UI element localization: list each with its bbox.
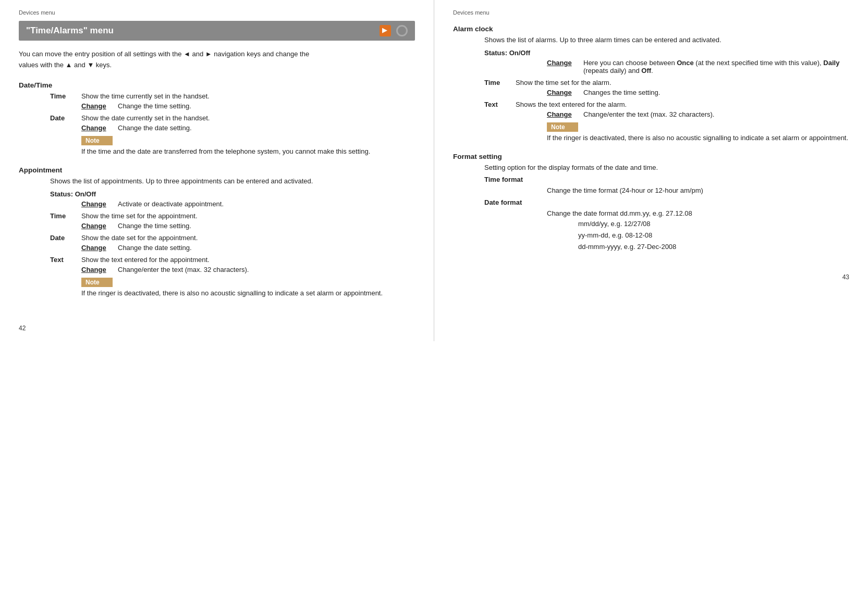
date-entry: Date Show the date currently set in the …: [19, 114, 415, 122]
date-label: Date: [50, 114, 81, 122]
format-section: Format setting: [453, 153, 849, 160]
menu-title-text: "Time/Alarms" menu: [26, 26, 374, 36]
date-format-row: mm/dd/yy, e.g. 12/27/08: [578, 218, 849, 230]
left-page-number: 42: [19, 304, 415, 332]
appointment-section: Appointment: [19, 166, 415, 174]
appt-time-label: Time: [50, 212, 81, 220]
alarm-note-bar: Note: [547, 122, 578, 132]
off-bold: Off: [641, 67, 651, 74]
right-page-number: 43: [453, 253, 849, 281]
appt-text-entry: Text Show the text entered for the appoi…: [19, 256, 415, 264]
appt-time-change-label: Change: [81, 222, 118, 230]
nav-desc-line2: values with the ▲ and ▼ keys.: [19, 61, 112, 69]
nav-description: You can move the entry position of all s…: [19, 49, 415, 71]
date-note-bar: Note: [81, 136, 113, 145]
left-page: Devices menu "Time/Alarms" menu You can …: [0, 0, 434, 341]
alarm-status-label: Status: On/Off: [453, 49, 849, 57]
appt-date-entry: Date Show the date set for the appointme…: [19, 234, 415, 242]
alarm-text-change-row: Change Change/enter the text (max. 32 ch…: [453, 110, 849, 118]
appt-date-change-label: Change: [81, 244, 118, 252]
appt-text-desc: Show the text entered for the appointmen…: [81, 256, 415, 264]
alarm-time-change-row: Change Changes the time setting.: [453, 89, 849, 96]
alarm-text-change-label: Change: [547, 110, 583, 118]
date-change-desc: Change the date setting.: [118, 124, 415, 132]
appt-date-change-desc: Change the date setting.: [118, 244, 415, 252]
appt-status-change-desc: Activate or deactivate appointment.: [118, 200, 415, 208]
time-label: Time: [50, 92, 81, 100]
time-change-row: Change Change the time setting.: [19, 102, 415, 110]
alarm-change-row: Change Here you can choose between Once …: [453, 59, 849, 74]
alarm-change-desc: Here you can choose between Once (at the…: [583, 59, 849, 74]
alarm-time-change-desc: Changes the time setting.: [583, 89, 849, 96]
time-change-desc: Change the time setting.: [118, 102, 415, 110]
alarm-time-desc: Show the time set for the alarm.: [516, 79, 849, 86]
time-entry: Time Show the time currently set in the …: [19, 92, 415, 100]
alarm-text-entry: Text Shows the text entered for the alar…: [453, 101, 849, 108]
appt-date-change-row: Change Change the date setting.: [19, 244, 415, 252]
date-change-row: Change Change the date setting.: [19, 124, 415, 132]
appointment-desc: Shows the list of appointments. Up to th…: [19, 177, 415, 185]
once-bold: Once: [677, 59, 694, 67]
circle-icon: [396, 25, 408, 36]
date-desc: Show the date currently set in the hands…: [81, 114, 415, 122]
time-format-label: Time format: [453, 176, 849, 183]
alarm-clock-section: Alarm clock: [453, 25, 849, 33]
time-format-desc: Change the time format (24-hour or 12-ho…: [453, 186, 849, 194]
date-format-rows: mm/dd/yy, e.g. 12/27/08yy-mm-dd, e.g. 08…: [453, 218, 849, 253]
nav-desc-line1: You can move the entry position of all s…: [19, 50, 309, 58]
alarm-text-change-desc: Change/enter the text (max. 32 character…: [583, 110, 849, 118]
date-time-section: Date/Time: [19, 81, 415, 89]
alarm-text-desc: Shows the text entered for the alarm.: [516, 101, 849, 108]
appt-status-change-label: Change: [81, 200, 118, 208]
appt-note-bar: Note: [81, 278, 113, 287]
triangle-icon: [380, 25, 391, 36]
appt-text-change-label: Change: [81, 266, 118, 273]
alarm-clock-desc: Shows the list of alarms. Up to three al…: [453, 36, 849, 44]
alarm-change-label: Change: [547, 59, 583, 74]
left-header: Devices menu: [19, 9, 415, 16]
time-change-label: Change: [81, 102, 118, 110]
right-header: Devices menu: [453, 9, 849, 16]
alarm-note-text: If the ringer is deactivated, there is a…: [453, 133, 849, 143]
alarm-time-entry: Time Show the time set for the alarm.: [453, 79, 849, 86]
appt-note-text: If the ringer is deactivated, there is a…: [19, 288, 415, 298]
alarm-time-label: Time: [484, 79, 516, 86]
appt-date-label: Date: [50, 234, 81, 242]
appt-text-change-desc: Change/enter the text (max. 32 character…: [118, 266, 415, 273]
date-format-label: Date format: [453, 198, 849, 206]
appt-status-label: Status: On/Off: [19, 190, 415, 198]
appt-status-change-row: Change Activate or deactivate appointmen…: [19, 200, 415, 208]
alarm-time-change-label: Change: [547, 89, 583, 96]
appt-time-change-row: Change Change the time setting.: [19, 222, 415, 230]
appt-text-change-row: Change Change/enter the text (max. 32 ch…: [19, 266, 415, 273]
format-desc: Setting option for the display formats o…: [453, 164, 849, 171]
right-page: Devices menu Alarm clock Shows the list …: [434, 0, 868, 341]
time-desc: Show the time currently set in the hands…: [81, 92, 415, 100]
appt-time-entry: Time Show the time set for the appointme…: [19, 212, 415, 220]
alarm-text-label: Text: [484, 101, 516, 108]
pages-wrapper: Devices menu "Time/Alarms" menu You can …: [0, 0, 868, 341]
daily-bold: Daily: [823, 59, 839, 67]
appt-time-desc: Show the time set for the appointment.: [81, 212, 415, 220]
date-format-row: dd-mmm-yyyy, e.g. 27-Dec-2008: [578, 241, 849, 253]
date-format-row: yy-mm-dd, e.g. 08-12-08: [578, 230, 849, 241]
date-format-desc: Change the date format dd.mm.yy, e.g. 27…: [453, 209, 849, 217]
appt-date-desc: Show the date set for the appointment.: [81, 234, 415, 242]
menu-title-bar: "Time/Alarms" menu: [19, 21, 415, 41]
appt-time-change-desc: Change the time setting.: [118, 222, 415, 230]
date-note-text: If the time and the date are transferred…: [19, 146, 415, 157]
date-change-label: Change: [81, 124, 118, 132]
appt-text-label: Text: [50, 256, 81, 264]
